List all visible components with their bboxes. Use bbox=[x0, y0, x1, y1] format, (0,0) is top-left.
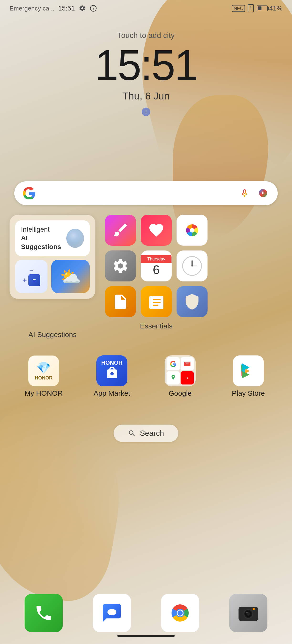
dock bbox=[10, 594, 282, 632]
nfc-icon: NFC bbox=[232, 5, 245, 12]
status-time: 15:51 bbox=[58, 4, 75, 12]
info-icon[interactable] bbox=[90, 5, 97, 12]
ai-folder-apps: − + = ⛅ bbox=[15, 260, 90, 293]
my-honor-label: My HONOR bbox=[24, 389, 63, 397]
ai-folder-header: Intelligent AI Suggestions bbox=[15, 220, 90, 256]
app-market-icon[interactable]: HONOR bbox=[96, 356, 128, 386]
play-store-icon[interactable] bbox=[233, 356, 264, 386]
play-store-label: Play Store bbox=[232, 389, 265, 397]
calendar-day: 6 bbox=[153, 263, 160, 277]
battery-fill bbox=[258, 6, 262, 10]
health-app-icon[interactable] bbox=[141, 215, 172, 246]
emergency-text: Emergency ca... bbox=[10, 5, 54, 12]
search-icons bbox=[238, 187, 269, 199]
svg-point-15 bbox=[178, 610, 183, 616]
photos-app-icon[interactable] bbox=[176, 215, 208, 246]
city-hint[interactable]: Touch to add city bbox=[117, 31, 175, 40]
settings-app-icon[interactable] bbox=[105, 250, 136, 282]
google-folder-label: Google bbox=[169, 389, 192, 397]
search-pill-icon bbox=[128, 429, 136, 438]
google-search-bar[interactable] bbox=[14, 181, 278, 205]
notification-dot[interactable]: ! bbox=[142, 108, 150, 116]
google-folder-app[interactable]: Google bbox=[154, 356, 206, 397]
app-market-label: App Market bbox=[94, 389, 130, 397]
status-left: Emergency ca... 15:51 bbox=[10, 4, 97, 12]
camera-app[interactable] bbox=[222, 594, 274, 632]
makeover-app-icon[interactable] bbox=[105, 215, 136, 246]
lens-icon[interactable] bbox=[257, 187, 269, 199]
notes-app-icon[interactable] bbox=[141, 286, 172, 317]
svg-point-22 bbox=[253, 608, 255, 610]
clock-time: 15:51 bbox=[95, 44, 197, 86]
clock-area: Touch to add city 15:51 Thu, 6 Jun ! bbox=[0, 31, 292, 116]
calculator-app-icon[interactable]: − + = bbox=[15, 260, 48, 293]
mic-icon[interactable] bbox=[238, 187, 250, 199]
security-app-icon[interactable] bbox=[176, 286, 208, 317]
phone-app[interactable] bbox=[18, 594, 70, 632]
google-logo bbox=[23, 187, 35, 200]
pages-app-icon[interactable] bbox=[105, 286, 136, 317]
calendar-day-name: Thursday bbox=[141, 255, 172, 263]
home-indicator bbox=[117, 635, 175, 637]
app-market-app[interactable]: HONOR App Market bbox=[86, 356, 138, 397]
my-honor-app[interactable]: 💎 HONOR My HONOR bbox=[18, 356, 70, 397]
chrome-icon[interactable] bbox=[161, 594, 199, 632]
ai-suggestions-folder[interactable]: Intelligent AI Suggestions − + = ⛅ bbox=[10, 215, 96, 299]
status-right: NFC ! 41% bbox=[232, 4, 282, 12]
battery: 41% bbox=[257, 4, 282, 12]
battery-icon bbox=[257, 6, 268, 11]
clock-app-icon[interactable] bbox=[176, 250, 208, 282]
search-pill[interactable]: Search bbox=[114, 424, 178, 442]
ai-folder-title: Intelligent AI Suggestions bbox=[21, 225, 66, 251]
calendar-app-icon[interactable]: Thursday 6 bbox=[141, 250, 172, 282]
essentials-folder[interactable]: Thursday 6 bbox=[105, 215, 208, 317]
status-bar: Emergency ca... 15:51 NFC ! 41% bbox=[0, 0, 292, 17]
play-store-app[interactable]: Play Store bbox=[222, 356, 274, 397]
ai-orb bbox=[66, 229, 84, 248]
messages-app[interactable] bbox=[86, 594, 138, 632]
app-row-main: 💎 HONOR My HONOR HONOR App Market bbox=[10, 356, 282, 397]
svg-point-11 bbox=[107, 609, 116, 615]
weather-app-icon[interactable]: ⛅ bbox=[51, 260, 90, 293]
ai-suggestions-label: AI Suggestions bbox=[10, 330, 96, 339]
search-pill-label: Search bbox=[140, 429, 164, 438]
google-folder-icon[interactable] bbox=[164, 356, 196, 386]
clock-date: Thu, 6 Jun bbox=[122, 90, 170, 102]
camera-icon[interactable] bbox=[229, 594, 268, 632]
svg-point-20 bbox=[246, 612, 248, 613]
essentials-label: Essentials bbox=[105, 322, 208, 330]
phone-icon[interactable] bbox=[24, 594, 63, 632]
my-honor-icon[interactable]: 💎 HONOR bbox=[28, 356, 59, 386]
alert-icon: ! bbox=[248, 4, 254, 12]
messages-icon[interactable] bbox=[93, 594, 131, 632]
svg-point-9 bbox=[172, 376, 174, 377]
chrome-app[interactable] bbox=[154, 594, 206, 632]
svg-point-4 bbox=[190, 228, 194, 232]
calc-inner: − + = bbox=[22, 267, 40, 286]
battery-percent: 41% bbox=[269, 4, 282, 12]
settings-icon[interactable] bbox=[79, 5, 86, 12]
